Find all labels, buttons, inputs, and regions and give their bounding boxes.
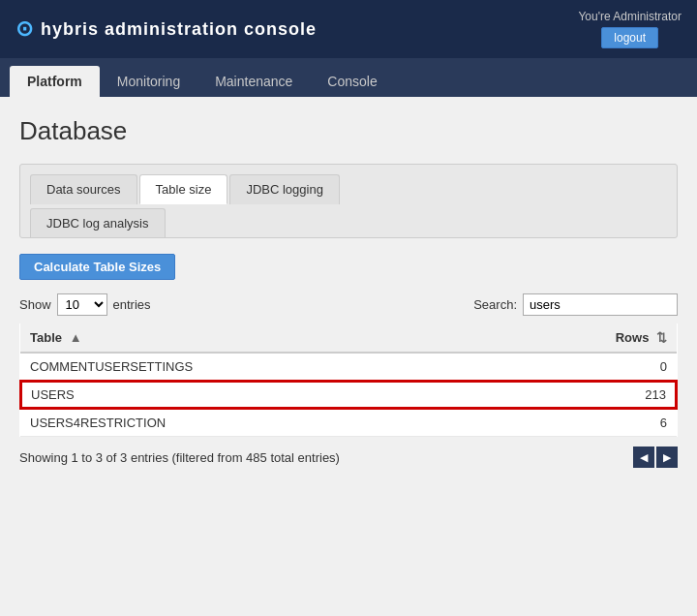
- next-button[interactable]: ▶: [656, 447, 678, 468]
- nav-item-platform[interactable]: Platform: [10, 66, 100, 97]
- table-cell-rows: 0: [493, 353, 677, 381]
- col-rows[interactable]: Rows ⇅: [493, 323, 677, 353]
- table-header-row: Table ▲ Rows ⇅: [20, 323, 677, 353]
- prev-button[interactable]: ◀: [633, 447, 654, 468]
- search-input[interactable]: [523, 293, 678, 316]
- table-cell-name: USERS4RESTRICTION: [20, 409, 493, 437]
- table-cell-name: COMMENTUSERSETTINGS: [20, 353, 493, 381]
- page-title: Database: [19, 116, 678, 146]
- col-rows-sort-icon: ⇅: [656, 330, 667, 345]
- header-right: You're Administrator logout: [578, 10, 682, 48]
- col-table-label: Table: [30, 330, 62, 345]
- table-row: USERS4RESTRICTION6: [20, 409, 677, 437]
- table-cell-name: USERS: [20, 381, 493, 409]
- nav-item-console[interactable]: Console: [310, 66, 394, 97]
- showing-text: Showing 1 to 3 of 3 entries (filtered fr…: [19, 450, 340, 465]
- col-table[interactable]: Table ▲: [20, 323, 493, 353]
- nav-item-monitoring[interactable]: Monitoring: [100, 66, 197, 97]
- tab-table-size[interactable]: Table size: [139, 174, 228, 204]
- logo-text: hybris administration console: [41, 19, 317, 40]
- calculate-table-sizes-button[interactable]: Calculate Table Sizes: [19, 254, 175, 280]
- tab-jdbc-log-analysis[interactable]: JDBC log analysis: [30, 208, 166, 237]
- table-row: COMMENTUSERSETTINGS0: [20, 353, 677, 381]
- col-rows-label: Rows: [616, 330, 650, 345]
- admin-label: You're Administrator: [578, 10, 682, 23]
- tabs-row-1: Data sources Table size JDBC logging: [30, 174, 667, 204]
- nav-item-maintenance[interactable]: Maintenance: [197, 66, 310, 97]
- show-label: Show: [19, 297, 51, 312]
- tabs-row-2: JDBC log analysis: [30, 208, 667, 237]
- logout-button[interactable]: logout: [601, 27, 658, 48]
- table-cell-rows: 6: [493, 409, 677, 437]
- entries-label: entries: [113, 297, 151, 312]
- show-entries: Show 10 25 50 100 entries: [19, 293, 151, 316]
- data-table: Table ▲ Rows ⇅ COMMENTUSERSETTINGS0USERS…: [19, 323, 678, 437]
- search-label: Search:: [473, 297, 517, 312]
- tab-jdbc-logging[interactable]: JDBC logging: [229, 174, 340, 204]
- table-cell-rows: 213: [493, 381, 677, 409]
- pagination-buttons: ◀ ▶: [633, 447, 678, 468]
- nav-bar: Platform Monitoring Maintenance Console: [0, 58, 697, 97]
- header: ⊙ hybris administration console You're A…: [0, 0, 697, 58]
- controls-row: Show 10 25 50 100 entries Search:: [19, 293, 678, 316]
- tab-data-sources[interactable]: Data sources: [30, 174, 137, 204]
- logo-icon: ⊙: [15, 16, 33, 42]
- table-row: USERS213: [20, 381, 677, 409]
- footer-row: Showing 1 to 3 of 3 entries (filtered fr…: [19, 447, 678, 468]
- main-content: Database Data sources Table size JDBC lo…: [0, 97, 697, 616]
- show-select[interactable]: 10 25 50 100: [57, 293, 107, 316]
- logo: ⊙ hybris administration console: [15, 16, 317, 42]
- tabs-container: Data sources Table size JDBC logging JDB…: [19, 164, 678, 238]
- search-area: Search:: [473, 293, 678, 316]
- col-table-sort-icon: ▲: [70, 330, 82, 345]
